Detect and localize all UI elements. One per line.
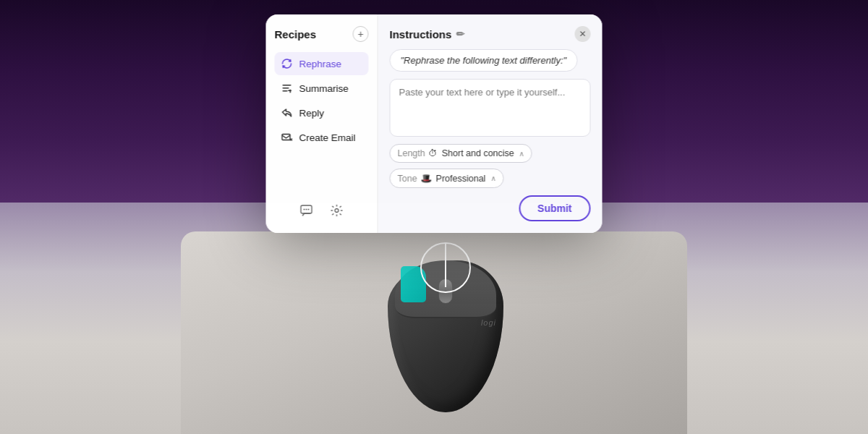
create-email-icon bbox=[281, 131, 294, 144]
chat-footer-icon[interactable] bbox=[296, 200, 318, 221]
instructions-panel: Instructions ✏ ✕ "Rephrase the following… bbox=[378, 14, 603, 233]
length-label: Length bbox=[398, 148, 425, 158]
submit-row: Submit bbox=[390, 195, 591, 221]
length-icon: ⏱ bbox=[429, 148, 438, 158]
tone-icon: 🎩 bbox=[421, 173, 433, 184]
connector-line bbox=[445, 244, 446, 287]
length-chevron: ∧ bbox=[519, 150, 524, 158]
reply-icon bbox=[281, 106, 294, 119]
summarise-icon bbox=[281, 82, 294, 95]
svg-point-9 bbox=[308, 209, 310, 210]
rephrase-icon bbox=[281, 57, 294, 70]
svg-point-8 bbox=[306, 209, 307, 210]
summarise-label: Summarise bbox=[299, 83, 349, 94]
popup-wrapper: Recipes + Rephrase bbox=[266, 14, 603, 233]
recipe-item-create-email[interactable]: Create Email bbox=[275, 126, 369, 149]
length-value: Short and concise bbox=[442, 148, 514, 158]
tone-label: Tone bbox=[398, 174, 417, 184]
create-email-label: Create Email bbox=[299, 132, 356, 143]
recipe-item-summarise[interactable]: Summarise bbox=[275, 77, 369, 100]
svg-rect-5 bbox=[282, 135, 290, 140]
svg-rect-1 bbox=[283, 88, 289, 89]
svg-point-10 bbox=[335, 209, 339, 213]
recipes-header: Recipes + bbox=[275, 26, 369, 42]
instruction-prompt: "Rephrase the following text differently… bbox=[390, 49, 578, 72]
edit-icon[interactable]: ✏ bbox=[456, 28, 464, 40]
length-option[interactable]: Length ⏱ Short and concise ∧ bbox=[390, 144, 532, 163]
instructions-header: Instructions ✏ ✕ bbox=[390, 26, 591, 42]
add-recipe-button[interactable]: + bbox=[353, 26, 369, 42]
tone-chevron: ∧ bbox=[490, 174, 495, 182]
mouse: logi bbox=[388, 253, 503, 412]
circle-callout bbox=[420, 242, 471, 293]
instructions-title-text: Instructions bbox=[390, 28, 452, 41]
settings-footer-icon[interactable] bbox=[326, 200, 348, 221]
recipe-item-rephrase[interactable]: Rephrase bbox=[275, 52, 369, 75]
svg-point-7 bbox=[304, 209, 305, 210]
recipes-title: Recipes bbox=[275, 28, 317, 41]
svg-rect-2 bbox=[283, 90, 288, 92]
tone-value: Professional bbox=[436, 174, 486, 184]
svg-rect-4 bbox=[288, 90, 292, 92]
recipe-item-reply[interactable]: Reply bbox=[275, 101, 369, 124]
recipes-footer bbox=[275, 194, 369, 221]
instructions-title: Instructions ✏ bbox=[390, 28, 465, 41]
recipes-panel: Recipes + Rephrase bbox=[266, 14, 378, 233]
text-input[interactable] bbox=[390, 79, 591, 137]
popup: Recipes + Rephrase bbox=[266, 14, 603, 233]
submit-button[interactable]: Submit bbox=[519, 195, 590, 221]
close-button[interactable]: ✕ bbox=[575, 26, 591, 42]
svg-rect-0 bbox=[283, 85, 292, 86]
logitech-brand: logi bbox=[481, 318, 496, 327]
options-row: Length ⏱ Short and concise ∧ Tone 🎩 Prof… bbox=[390, 144, 591, 188]
tone-option[interactable]: Tone 🎩 Professional ∧ bbox=[390, 169, 504, 188]
rephrase-label: Rephrase bbox=[299, 59, 342, 69]
reply-label: Reply bbox=[299, 108, 325, 119]
